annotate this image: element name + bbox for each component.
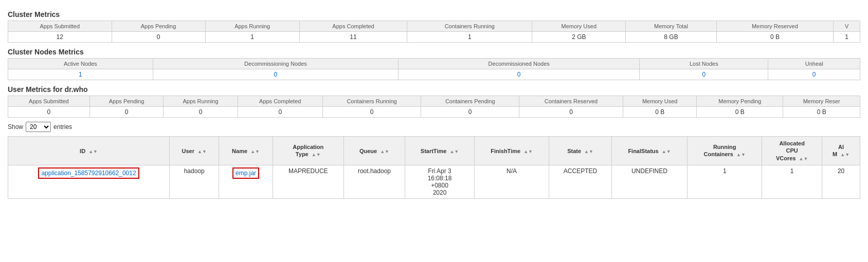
col-containers-running: Containers Running xyxy=(407,21,532,32)
val-user-memory-used: 0 B xyxy=(623,107,696,118)
val-user-containers-reserved: 0 xyxy=(519,107,623,118)
val-user-apps-completed: 0 xyxy=(238,107,322,118)
applications-table: ID ▲▼ User ▲▼ Name ▲▼ ApplicationType ▲▼… xyxy=(8,136,860,199)
val-apps-running: 1 xyxy=(205,32,299,43)
col-user-memory-pending: Memory Pending xyxy=(697,96,783,107)
decommissioned-nodes-link[interactable]: 0 xyxy=(517,71,521,78)
col-apps-completed: Apps Completed xyxy=(299,21,407,32)
app-id-link[interactable]: application_1585792910662_0012 xyxy=(38,167,139,179)
queue-sort-arrows[interactable]: ▲▼ xyxy=(380,149,389,154)
entries-label: entries xyxy=(53,123,72,130)
th-finish-time[interactable]: FinishTime ▲▼ xyxy=(474,137,549,165)
cell-finish-time: N/A xyxy=(474,165,549,199)
val-lost-nodes[interactable]: 0 xyxy=(640,69,768,80)
col-memory-reserved: Memory Reserved xyxy=(716,21,833,32)
col-user-memory-reserved: Memory Reser xyxy=(783,96,860,107)
finishtime-sort-arrows[interactable]: ▲▼ xyxy=(523,149,533,154)
name-sort-arrows[interactable]: ▲▼ xyxy=(250,149,260,154)
unhealthy-nodes-link[interactable]: 0 xyxy=(812,71,816,78)
cell-state: ACCEPTED xyxy=(549,165,611,199)
cell-application-type: MAPREDUCE xyxy=(273,165,343,199)
cell-queue: root.hadoop xyxy=(343,165,405,199)
val-user-apps-submitted: 0 xyxy=(8,107,90,118)
col-memory-used: Memory Used xyxy=(532,21,626,32)
val-v: 1 xyxy=(834,32,860,43)
state-sort-arrows[interactable]: ▲▼ xyxy=(584,149,593,154)
table-row: application_1585792910662_0012 hadoop em… xyxy=(8,165,860,199)
cell-app-id[interactable]: application_1585792910662_0012 xyxy=(8,165,170,199)
col-v: V xyxy=(834,21,860,32)
col-unhealthy-nodes: Unheal xyxy=(768,59,860,69)
val-user-memory-reserved: 0 B xyxy=(783,107,860,118)
col-memory-total: Memory Total xyxy=(626,21,716,32)
val-memory-total: 8 GB xyxy=(626,32,716,43)
col-apps-pending: Apps Pending xyxy=(112,21,205,32)
val-user-memory-pending: 0 B xyxy=(697,107,783,118)
finalstatus-sort-arrows[interactable]: ▲▼ xyxy=(662,149,671,154)
entries-select[interactable]: 10 20 50 100 xyxy=(26,122,51,132)
app-name-link[interactable]: emp.jar xyxy=(232,167,259,179)
col-user-apps-submitted: Apps Submitted xyxy=(8,96,90,107)
col-user-memory-used: Memory Used xyxy=(623,96,696,107)
cell-allocated-cpu: 1 xyxy=(762,165,822,199)
val-apps-completed: 11 xyxy=(299,32,407,43)
user-metrics-title: User Metrics for dr.who xyxy=(8,85,860,93)
th-start-time[interactable]: StartTime ▲▼ xyxy=(405,137,475,165)
cell-final-status: UNDEFINED xyxy=(611,165,688,199)
user-sort-arrows[interactable]: ▲▼ xyxy=(197,149,207,154)
val-user-containers-running: 0 xyxy=(322,107,421,118)
th-state[interactable]: State ▲▼ xyxy=(549,137,611,165)
th-application-type[interactable]: ApplicationType ▲▼ xyxy=(273,137,343,165)
cluster-metrics-table: Apps Submitted Apps Pending Apps Running… xyxy=(8,21,860,43)
col-user-containers-running: Containers Running xyxy=(322,96,421,107)
user-metrics-table: Apps Submitted Apps Pending Apps Running… xyxy=(8,96,860,118)
alm-sort-arrows[interactable]: ▲▼ xyxy=(840,152,849,158)
active-nodes-link[interactable]: 1 xyxy=(79,71,82,78)
th-allocated-cpu[interactable]: AllocatedCPUVCores ▲▼ xyxy=(762,137,822,165)
th-user[interactable]: User ▲▼ xyxy=(170,137,219,165)
cpu-sort-arrows[interactable]: ▲▼ xyxy=(799,156,808,162)
starttime-sort-arrows[interactable]: ▲▼ xyxy=(449,149,459,154)
cell-name[interactable]: emp.jar xyxy=(219,165,273,199)
col-decommissioning-nodes: Decommissioning Nodes xyxy=(153,59,398,69)
cluster-metrics-title: Cluster Metrics xyxy=(8,10,860,18)
id-sort-arrows[interactable]: ▲▼ xyxy=(88,149,98,154)
val-user-containers-pending: 0 xyxy=(421,107,519,118)
cluster-nodes-metrics-table: Active Nodes Decommissioning Nodes Decom… xyxy=(8,58,860,80)
col-decommissioned-nodes: Decommissioned Nodes xyxy=(399,59,640,69)
running-containers-sort-arrows[interactable]: ▲▼ xyxy=(736,152,746,158)
th-final-status[interactable]: FinalStatus ▲▼ xyxy=(611,137,688,165)
th-al-m[interactable]: AlM ▲▼ xyxy=(822,137,860,165)
col-active-nodes: Active Nodes xyxy=(8,59,153,69)
type-sort-arrows[interactable]: ▲▼ xyxy=(312,152,321,158)
val-user-apps-pending: 0 xyxy=(89,107,163,118)
val-decommissioned-nodes[interactable]: 0 xyxy=(399,69,640,80)
th-running-containers-label: RunningContainers xyxy=(704,144,736,157)
decommissioning-nodes-link[interactable]: 0 xyxy=(274,71,278,78)
col-user-containers-pending: Containers Pending xyxy=(421,96,519,107)
cell-running-containers: 1 xyxy=(688,165,762,199)
val-active-nodes[interactable]: 1 xyxy=(8,69,153,80)
th-name[interactable]: Name ▲▼ xyxy=(219,137,273,165)
val-memory-used: 2 GB xyxy=(532,32,626,43)
cell-start-time: Fri Apr 3 16:08:18 +0800 2020 xyxy=(405,165,475,199)
val-user-apps-running: 0 xyxy=(164,107,238,118)
val-unhealthy-nodes[interactable]: 0 xyxy=(768,69,860,80)
th-queue[interactable]: Queue ▲▼ xyxy=(343,137,405,165)
col-user-containers-reserved: Containers Reserved xyxy=(519,96,623,107)
col-apps-running: Apps Running xyxy=(205,21,299,32)
col-lost-nodes: Lost Nodes xyxy=(640,59,768,69)
cell-user: hadoop xyxy=(170,165,219,199)
col-user-apps-pending: Apps Pending xyxy=(89,96,163,107)
lost-nodes-link[interactable]: 0 xyxy=(702,71,706,78)
th-id[interactable]: ID ▲▼ xyxy=(8,137,170,165)
val-apps-submitted: 12 xyxy=(8,32,112,43)
col-apps-submitted: Apps Submitted xyxy=(8,21,112,32)
show-label: Show xyxy=(8,123,23,130)
val-decommissioning-nodes[interactable]: 0 xyxy=(153,69,398,80)
cluster-nodes-metrics-title: Cluster Nodes Metrics xyxy=(8,48,860,56)
val-apps-pending: 0 xyxy=(112,32,205,43)
page-container: Cluster Metrics Apps Submitted Apps Pend… xyxy=(0,0,868,204)
col-user-apps-running: Apps Running xyxy=(164,96,238,107)
th-running-containers[interactable]: RunningContainers ▲▼ xyxy=(688,137,762,165)
